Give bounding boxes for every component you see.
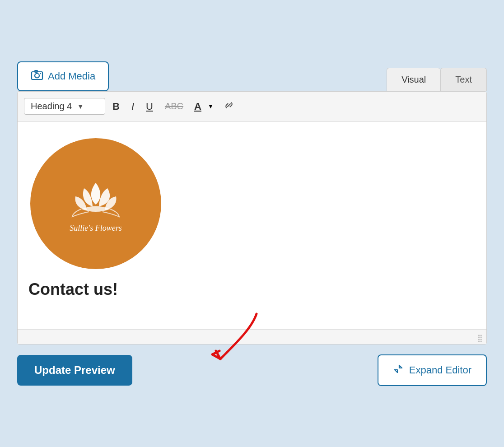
add-media-icon xyxy=(31,69,43,84)
font-color-label: A xyxy=(194,101,201,112)
underline-button[interactable]: U xyxy=(141,98,158,115)
logo-circle: Sullie's Flowers xyxy=(30,138,161,269)
font-color-button[interactable]: A xyxy=(191,98,205,115)
link-button[interactable] xyxy=(218,96,240,117)
resize-icon[interactable]: ⣿ xyxy=(477,334,483,342)
italic-button[interactable]: I xyxy=(127,98,139,115)
tab-text[interactable]: Text xyxy=(440,68,487,91)
editor-wrapper: Heading 4 ▼ B I U ABC A ▼ xyxy=(17,91,487,345)
expand-editor-label: Expand Editor xyxy=(409,364,471,376)
editor-toolbar: Heading 4 ▼ B I U ABC A ▼ xyxy=(18,92,486,122)
wp-editor-container: Add Media Visual Text Heading 4 ▼ B I xyxy=(17,61,487,386)
logo-text: Sullie's Flowers xyxy=(70,224,121,233)
expand-editor-icon xyxy=(393,363,404,377)
font-color-group: A ▼ xyxy=(191,98,215,115)
bold-label: B xyxy=(112,101,120,112)
link-icon xyxy=(223,102,235,114)
add-media-button[interactable]: Add Media xyxy=(17,61,109,91)
strikethrough-button[interactable]: ABC xyxy=(160,98,188,114)
underline-label: U xyxy=(146,101,153,112)
view-tabs: Visual Text xyxy=(387,68,487,91)
svg-point-3 xyxy=(40,73,41,74)
update-preview-button[interactable]: Update Preview xyxy=(17,355,132,386)
resize-bar: ⣿ xyxy=(18,330,486,344)
add-media-label: Add Media xyxy=(48,70,95,82)
color-dropdown-arrow[interactable]: ▼ xyxy=(206,100,215,112)
bottom-row: Update Preview Expand Editor xyxy=(17,354,487,386)
italic-label: I xyxy=(131,101,134,112)
chevron-down-icon: ▼ xyxy=(77,103,84,110)
format-select[interactable]: Heading 4 ▼ xyxy=(24,98,105,115)
editor-content[interactable]: Sullie's Flowers Contact us! xyxy=(18,122,486,330)
tab-visual[interactable]: Visual xyxy=(387,68,440,91)
strikethrough-label: ABC xyxy=(165,101,183,111)
format-select-label: Heading 4 xyxy=(31,101,72,112)
contact-heading: Contact us! xyxy=(28,280,476,299)
bold-button[interactable]: B xyxy=(108,98,124,115)
top-row: Add Media Visual Text xyxy=(17,61,487,91)
expand-editor-button[interactable]: Expand Editor xyxy=(378,354,487,386)
svg-point-1 xyxy=(35,73,39,78)
lotus-icon xyxy=(64,174,127,219)
